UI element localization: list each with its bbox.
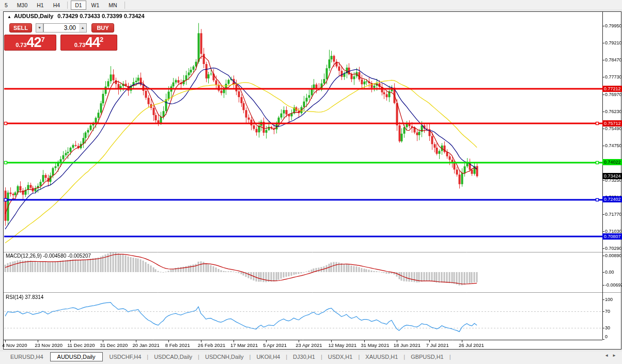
- price-tick-label: 0.71770: [605, 212, 622, 217]
- symbol-tab-usdcnh[interactable]: USDCNH,Daily: [200, 352, 249, 361]
- date-label: 23 Nov 2020: [35, 342, 63, 348]
- buy-price-panel[interactable]: 0.73 44 2: [60, 35, 117, 51]
- date-label: 23 Apr 2021: [296, 342, 322, 348]
- buy-button[interactable]: BUY: [91, 23, 114, 33]
- macd-tick-label: 0.00890: [605, 253, 622, 258]
- volume-increase-button[interactable]: ▲: [79, 23, 87, 33]
- symbol-tab-usdx[interactable]: USDX,H1: [323, 352, 358, 361]
- sell-price-pips: 42: [27, 36, 41, 50]
- rsi-tick-label: 100: [605, 297, 613, 302]
- date-label: 5 Apr 2021: [263, 342, 287, 348]
- symbol-tab-bar: EURUSD,H4AUDUSD,DailyUSDCHF,H4|USDCAD,Da…: [0, 351, 622, 362]
- price-tick-label: 0.70290: [605, 246, 622, 251]
- date-label: 4 Nov 2020: [2, 342, 27, 348]
- date-label: 18 Jun 2021: [394, 342, 421, 348]
- price-badge: 0.73424: [602, 173, 622, 179]
- symbol-period-label: AUDUSD,Daily: [14, 13, 53, 19]
- symbol-tab-ukoil[interactable]: UKOil,H4: [251, 352, 285, 361]
- price-tick-label: 0.76230: [605, 109, 622, 114]
- macd-indicator-label: MACD(12,26,9) -0.004580 -0.005207: [6, 253, 91, 259]
- date-label: 26 Feb 2021: [198, 342, 225, 348]
- price-badge: 0.74022: [602, 159, 622, 165]
- symbol-tab-dj30[interactable]: DJ30,H1: [288, 352, 320, 361]
- symbol-tab-xauusd[interactable]: XAUUSD,H1: [360, 352, 403, 361]
- sell-price-fraction: 7: [41, 36, 45, 43]
- price-tick-label: 0.76970: [605, 92, 622, 97]
- date-label: 31 Dec 2020: [100, 342, 128, 348]
- tab-scroll-right-icon[interactable]: ►: [612, 353, 620, 358]
- sell-button[interactable]: SELL: [9, 23, 32, 33]
- rsi-tick-label: 30: [605, 325, 610, 330]
- tab-scroll-arrows: ◄►: [604, 353, 620, 358]
- price-tick-label: 0.75490: [605, 126, 622, 131]
- price-tick-label: 0.77730: [605, 74, 622, 80]
- date-label: 17 Mar 2021: [230, 342, 258, 348]
- sell-price-panel[interactable]: 0.73 42 7: [4, 35, 56, 51]
- date-label: 8 Feb 2021: [165, 342, 190, 348]
- date-label: 20 Jan 2021: [133, 342, 160, 348]
- symbol-tab-usdcad[interactable]: USDCAD,Daily: [149, 352, 197, 361]
- price-tick-label: 0.74750: [605, 143, 622, 148]
- symbol-tab-usdchf[interactable]: USDCHF,H4: [104, 352, 147, 361]
- buy-price-pips: 44: [85, 36, 100, 50]
- date-label: 7 Jul 2021: [426, 342, 449, 348]
- symbol-tab-audusd[interactable]: AUDUSD,Daily: [50, 352, 103, 361]
- macd-tick-label: -0.00697: [605, 282, 622, 288]
- buy-price-prefix: 0.73: [74, 42, 85, 48]
- price-tick-label: 0.79210: [605, 40, 622, 45]
- price-tick-label: 0.78470: [605, 57, 622, 62]
- macd-tick-label: 0.00: [605, 270, 614, 275]
- date-label: 26 Jul 2021: [459, 342, 484, 348]
- chart-canvas[interactable]: [0, 0, 622, 364]
- buy-price-fraction: 2: [100, 36, 103, 43]
- tab-separator: |: [449, 354, 452, 360]
- collapse-triangle-icon[interactable]: ▲: [7, 14, 11, 19]
- rsi-tick-label: 70: [605, 309, 610, 314]
- sell-price-prefix: 0.73: [15, 42, 26, 48]
- price-tick-label: 0.79950: [605, 23, 622, 28]
- trading-platform: 5M30H1H4D1W1MN ▲AUDUSD,Daily0.73429 0.73…: [0, 0, 622, 364]
- rsi-tick-label: 0: [605, 334, 608, 339]
- symbol-tab-eurusd[interactable]: EURUSD,H4: [5, 352, 49, 361]
- date-label: 11 Dec 2020: [67, 342, 95, 348]
- price-badge: 0.77212: [602, 86, 622, 92]
- volume-input[interactable]: [43, 23, 79, 33]
- price-badge: 0.75712: [602, 120, 622, 126]
- volume-decrease-button[interactable]: ▼: [36, 23, 43, 33]
- price-badge: 0.70807: [602, 233, 622, 240]
- date-label: 12 May 2021: [328, 342, 356, 348]
- ohlc-values: 0.73429 0.73433 0.73399 0.73424: [57, 13, 144, 19]
- price-badge: 0.72402: [602, 196, 622, 202]
- tab-scroll-left-icon[interactable]: ◄: [604, 353, 612, 358]
- rsi-indicator-label: RSI(14) 37.8314: [6, 294, 43, 300]
- chart-title: ▲AUDUSD,Daily0.73429 0.73433 0.73399 0.7…: [7, 13, 145, 19]
- date-label: 31 May 2021: [361, 342, 390, 348]
- symbol-tab-gbpusd[interactable]: GBPUSD,H1: [406, 352, 449, 361]
